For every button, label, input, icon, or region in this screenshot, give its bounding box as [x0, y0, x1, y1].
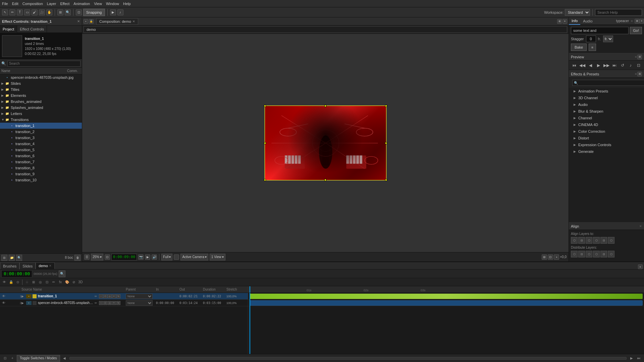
- preview-close[interactable]: ✕: [635, 55, 637, 59]
- layer-2-sw3[interactable]: ◎: [108, 301, 112, 305]
- tab-project[interactable]: Project: [0, 25, 17, 33]
- zoom-tool[interactable]: 🔍: [65, 9, 71, 15]
- tree-item-letters[interactable]: ▶ 📁 Letters: [0, 111, 82, 117]
- menu-edit[interactable]: Edit: [12, 2, 18, 6]
- tl-adjustment-btn[interactable]: ⊡: [44, 279, 50, 285]
- layer-1-expand[interactable]: ▶: [21, 295, 26, 298]
- zoom-fit-icon[interactable]: ⊡: [105, 254, 110, 260]
- tl-tab-slides[interactable]: Slides: [19, 262, 36, 269]
- camera-tool[interactable]: 🎥: [39, 9, 45, 15]
- tree-subitem-transition-7[interactable]: ▪ transition_7: [0, 159, 82, 165]
- tab-effect-controls[interactable]: Effect Controls: [17, 25, 47, 33]
- layer-2-sw4[interactable]: ✏: [112, 301, 116, 305]
- safe-zones-icon[interactable]: ⊡: [548, 254, 553, 260]
- layer-2-expand[interactable]: ▶: [21, 301, 26, 305]
- align-left-btn[interactable]: ⬡: [571, 237, 578, 244]
- play-icon[interactable]: ▶: [145, 254, 150, 260]
- right-panel-options[interactable]: ≡: [639, 19, 644, 23]
- quality-btn[interactable]: Full ▾: [161, 254, 172, 260]
- tl-lock-btn[interactable]: 🔒: [8, 279, 14, 285]
- tl-tab-brushes[interactable]: Brushes: [0, 262, 19, 269]
- distribute-right-btn[interactable]: ⬡: [586, 251, 592, 257]
- preview-play-stop[interactable]: ▶: [595, 62, 602, 69]
- tab-audio[interactable]: Audio: [580, 17, 595, 25]
- effects-item-channel[interactable]: ▶ Channel: [569, 115, 644, 121]
- layer-1-color[interactable]: [33, 294, 37, 298]
- menu-animation[interactable]: Animation: [73, 2, 90, 6]
- layer-1-sw1[interactable]: ☆: [99, 294, 103, 298]
- track-bar-2[interactable]: [250, 300, 643, 306]
- snapping-button[interactable]: Snapping: [83, 9, 105, 16]
- hand-tool[interactable]: ✋: [46, 9, 52, 15]
- preview-expand[interactable]: ⊞: [637, 55, 642, 59]
- snap-tool[interactable]: ⊡: [76, 9, 82, 15]
- effects-item-generate[interactable]: ▶ Generate: [569, 148, 644, 155]
- tl-scrollbar[interactable]: [69, 357, 627, 360]
- tree-subitem-transition-2[interactable]: ▪ transition_2: [0, 129, 82, 135]
- effects-close[interactable]: ✕: [635, 72, 637, 76]
- tl-eye-btn[interactable]: 👁: [1, 279, 7, 285]
- tree-item-elements[interactable]: ▶ 📁 Elements: [0, 93, 82, 99]
- layer-2-sw1[interactable]: ☆: [99, 301, 103, 305]
- layer-2-parent-select[interactable]: None: [126, 300, 153, 306]
- selection-tool[interactable]: ↖: [2, 9, 8, 15]
- distribute-bottom-btn[interactable]: ⬡: [608, 251, 614, 257]
- tl-ruler[interactable]: 01s 02s 03s: [248, 286, 644, 293]
- zoom-btn[interactable]: 25% ▾: [91, 254, 103, 260]
- tree-subitem-transition-6[interactable]: ▪ transition_6: [0, 153, 82, 159]
- layer-2-pencil[interactable]: ✏: [93, 301, 99, 305]
- shape-tool[interactable]: ▭: [24, 9, 30, 15]
- comp-tab-close[interactable]: ✕: [132, 20, 135, 23]
- layer-2-sw2[interactable]: ⊡: [103, 301, 107, 305]
- typeacer-close[interactable]: ✕: [631, 19, 633, 23]
- effects-item-animation-presets[interactable]: ▶ Animation Presets: [569, 88, 644, 95]
- tree-item-spencer[interactable]: ▪ spencer-imbrock-487035-unsplash.jpg: [0, 74, 82, 80]
- panel-close[interactable]: ✕: [77, 19, 80, 23]
- tree-item-splashes-animated[interactable]: ▶ 📁 Splashes_animated: [0, 105, 82, 111]
- tl-3d-btn[interactable]: 3D: [77, 279, 84, 285]
- transparency-icon[interactable]: ▪: [554, 254, 559, 260]
- preview-prev[interactable]: ◀: [587, 62, 594, 69]
- layer-2-sw5[interactable]: fx: [116, 301, 120, 305]
- preview-next[interactable]: ▶▶: [603, 62, 610, 69]
- timeline-timecode[interactable]: 0:00:00:00: [1, 270, 32, 278]
- preview-prev-frame[interactable]: ◀◀: [579, 62, 586, 69]
- mute-icon[interactable]: 🔊: [152, 254, 157, 260]
- tl-bottom-btn-2[interactable]: +: [9, 355, 15, 361]
- tl-solo-btn[interactable]: ⊙: [15, 279, 21, 285]
- menu-view[interactable]: View: [94, 2, 102, 6]
- effects-expand[interactable]: ⊞: [637, 72, 642, 76]
- layer-1-sw4[interactable]: ✏: [112, 294, 116, 298]
- effects-item-color-correction[interactable]: ▶ Color Correction: [569, 128, 644, 135]
- tl-collapse-btn[interactable]: ⊞: [31, 279, 37, 285]
- tree-subitem-transition-4[interactable]: ▪ transition_4: [0, 141, 82, 147]
- comp-tab[interactable]: Composition: demo ✕: [96, 18, 138, 25]
- new-composition-btn[interactable]: ⊞: [1, 255, 7, 261]
- tree-item-brushes-animated[interactable]: ▶ 📁 Brushes_animated: [0, 99, 82, 105]
- tl-bottom-btn-4[interactable]: ▶: [629, 355, 635, 361]
- grid-icon[interactable]: ⊞: [542, 254, 547, 260]
- menu-effect[interactable]: Effect: [60, 2, 69, 6]
- tree-item-titles[interactable]: ▶ 📁 Titles: [0, 86, 82, 93]
- camera-btn[interactable]: Active Camera ▾: [180, 254, 208, 260]
- tl-blend-btn[interactable]: ⊘: [71, 279, 77, 285]
- preview-first-frame[interactable]: ⏮: [571, 62, 578, 69]
- tl-playhead[interactable]: [250, 286, 250, 293]
- delete-btn[interactable]: 🗑: [74, 255, 80, 261]
- distribute-left-btn[interactable]: ⬡: [571, 251, 578, 257]
- tl-fx-btn[interactable]: fx: [57, 279, 63, 285]
- tl-motion-blur-btn[interactable]: ◎: [37, 279, 43, 285]
- menu-composition[interactable]: Composition: [22, 2, 43, 6]
- stagger-input[interactable]: [586, 36, 596, 42]
- bake-icon-button[interactable]: ≡: [589, 44, 596, 51]
- project-search-input[interactable]: [7, 61, 80, 67]
- distribute-center-h-btn[interactable]: ⊡: [578, 251, 585, 257]
- workspace-dropdown[interactable]: Standard: [565, 9, 590, 16]
- effects-item-blur-sharpen[interactable]: ▶ Blur & Sharpen: [569, 108, 644, 115]
- tl-bottom-btn-3[interactable]: ◀: [61, 355, 67, 361]
- align-top-btn[interactable]: ⬡: [593, 237, 600, 244]
- layer-1-eye[interactable]: 👁: [1, 294, 6, 298]
- go-button[interactable]: Go!: [630, 27, 642, 34]
- tl-shy-btn[interactable]: ♤: [24, 279, 30, 285]
- brush-tool[interactable]: 🖌: [32, 9, 38, 15]
